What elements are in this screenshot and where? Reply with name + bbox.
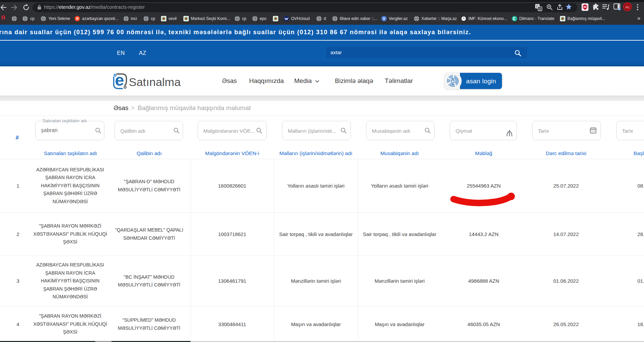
svg-text:Satınalma: Satınalma [129,76,181,88]
svg-text:文: 文 [539,7,542,11]
svg-text:ВЦ: ВЦ [625,6,629,9]
svg-text:e: e [115,72,124,89]
